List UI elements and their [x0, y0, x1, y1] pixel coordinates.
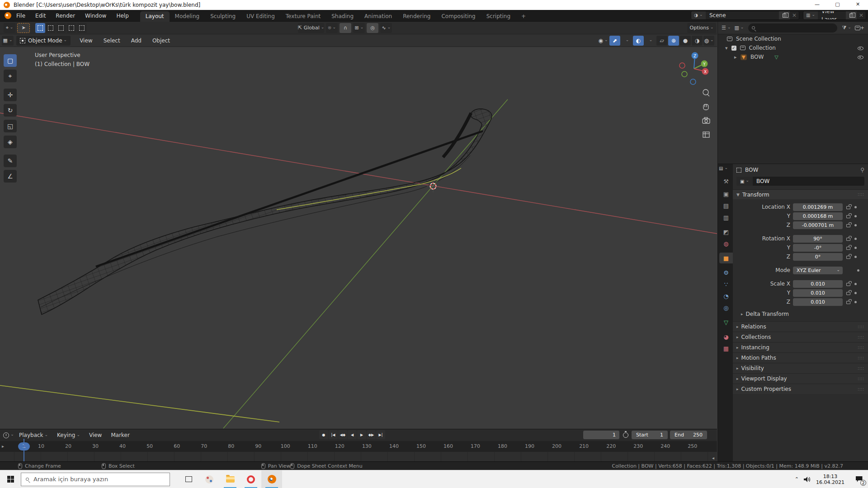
workspace-tab[interactable]: Compositing — [436, 11, 481, 22]
drag-handle-icon[interactable]: :::: — [858, 387, 864, 391]
animate-dot[interactable] — [854, 238, 857, 240]
workspace-tab[interactable]: UV Editing — [241, 11, 280, 22]
object-properties-tab[interactable]: ■ — [719, 253, 733, 263]
workspace-tab[interactable]: Shading — [326, 11, 359, 22]
hide-eye-icon[interactable] — [858, 54, 863, 60]
transport-button[interactable]: ◀ — [348, 430, 357, 439]
tool-button[interactable]: ⌖ — [4, 70, 17, 82]
view-layer-selector[interactable]: ▥ View Layer ✕ — [803, 11, 866, 20]
filter-dropdown[interactable]: ⧩ — [840, 23, 853, 33]
collection-checkbox[interactable] — [731, 46, 736, 51]
lock-icon[interactable] — [846, 283, 850, 286]
animate-dot[interactable] — [854, 292, 857, 294]
view-layer-properties-tab[interactable]: ▥ — [719, 212, 733, 223]
outliner-display-mode-dropdown[interactable]: ☰ — [720, 23, 732, 33]
number-field[interactable]: 0.010 — [793, 298, 843, 306]
properties-editor-type-dropdown[interactable]: ▤ — [719, 166, 728, 171]
scene-selector[interactable]: ◑ Scene ✕ — [691, 11, 799, 20]
minimize-button[interactable]: — — [807, 0, 827, 10]
delta-transform-panel[interactable]: ▸ Delta Transform — [733, 310, 868, 319]
lock-icon[interactable] — [846, 215, 850, 218]
collapsed-panel-header[interactable]: ▸ Viewport Display :::: — [733, 373, 868, 384]
collapsed-panel-header[interactable]: ▸ Collections :::: — [733, 332, 868, 342]
transport-button[interactable]: ▶ — [357, 430, 366, 439]
number-field[interactable]: 0.000168 m — [793, 212, 843, 220]
marker-menu[interactable]: Marker — [106, 432, 134, 438]
mode-dropdown[interactable]: Object Mode — [16, 36, 71, 46]
tray-clock[interactable]: 18:13 16.04.2021 — [811, 474, 850, 485]
navigation-gizmo[interactable]: Z Y X — [678, 50, 717, 147]
select-mode-intersect[interactable] — [77, 23, 87, 33]
frame-end-field[interactable]: End 250 — [670, 431, 707, 439]
tool-button[interactable]: ◈ — [4, 136, 17, 148]
start-button[interactable] — [0, 470, 21, 488]
gizmo-toggle[interactable]: ⬈ — [609, 36, 620, 46]
animate-dot[interactable] — [854, 283, 857, 285]
workspace-tab[interactable]: Sculpting — [205, 11, 241, 22]
select-mode-set[interactable] — [35, 23, 45, 33]
drag-handle-icon[interactable]: :::: — [858, 192, 864, 197]
number-field[interactable]: 0.010 — [793, 280, 843, 288]
expand-arrow-icon[interactable]: ▸ — [734, 54, 737, 60]
object-visibility-dropdown[interactable]: ◉ — [598, 36, 609, 46]
viewport-menu-item[interactable]: Object — [147, 38, 175, 44]
collapsed-panel-header[interactable]: ▸ Relations :::: — [733, 321, 868, 332]
playback-menu[interactable]: Playback — [14, 432, 52, 438]
drag-handle-icon[interactable]: :::: — [858, 325, 864, 329]
particles-properties-tab[interactable]: ∵ — [719, 279, 733, 290]
blender-menu-icon[interactable] — [5, 12, 11, 19]
constraints-properties-tab[interactable]: ◎ — [719, 302, 733, 313]
paint-app-button[interactable] — [199, 470, 220, 488]
overlays-dropdown[interactable] — [645, 36, 656, 46]
tool-button[interactable]: ✎ — [4, 155, 17, 167]
collapsed-panel-header[interactable]: ▸ Custom Properties :::: — [733, 384, 868, 394]
world-properties-tab[interactable]: ◍ — [719, 238, 733, 249]
select-mode-invert[interactable] — [66, 23, 76, 33]
lock-icon[interactable] — [846, 224, 850, 227]
animate-dot[interactable] — [854, 256, 857, 258]
workspace-tab[interactable]: Modeling — [170, 11, 205, 22]
shading-wireframe-button[interactable]: ⊕ — [668, 36, 679, 46]
hide-eye-icon[interactable] — [858, 45, 863, 51]
viewport-menu-item[interactable]: Select — [98, 38, 126, 44]
timeline-track-area[interactable] — [0, 452, 717, 462]
volume-icon[interactable] — [803, 476, 811, 483]
viewport-menu-item[interactable]: Add — [126, 38, 147, 44]
animate-dot[interactable] — [854, 301, 857, 303]
output-properties-tab[interactable]: ▤ — [719, 200, 733, 211]
pin-icon[interactable]: ⚲ — [860, 167, 864, 173]
animate-dot[interactable] — [854, 206, 857, 208]
gizmo-dropdown[interactable] — [621, 36, 632, 46]
collapsed-panel-header[interactable]: ▸ Visibility :::: — [733, 363, 868, 373]
tool-button[interactable]: ↻ — [4, 104, 17, 117]
tray-expand-icon[interactable]: ⌃ — [790, 476, 803, 482]
editor-type-dropdown[interactable]: ▦ — [2, 36, 14, 46]
physics-properties-tab[interactable]: ◔ — [719, 291, 733, 301]
shading-rendered-button[interactable]: ◍ — [703, 36, 714, 46]
animate-dot[interactable] — [854, 247, 857, 249]
outliner-row-scene-collection[interactable]: Scene Collection — [718, 34, 868, 43]
snap-target-dropdown[interactable]: ⊞ — [353, 23, 365, 33]
workspace-tab[interactable]: Scripting — [481, 11, 516, 22]
timeline-collapse-arrow[interactable]: ◂ — [712, 455, 714, 460]
number-field[interactable]: 0.001269 m — [793, 203, 843, 211]
collapsed-panel-header[interactable]: ▸ Motion Paths :::: — [733, 352, 868, 363]
object-data-properties-tab[interactable]: ▽ — [719, 317, 733, 328]
drag-handle-icon[interactable]: :::: — [858, 346, 864, 350]
number-field[interactable]: 0.010 — [793, 289, 843, 297]
drag-handle-icon[interactable]: :::: — [858, 377, 864, 381]
timeline-ruler[interactable]: 1020304050607080901001101201301401501601… — [0, 441, 717, 452]
tool-button[interactable]: ◱ — [4, 120, 17, 132]
workspace-tab[interactable]: Rendering — [397, 11, 436, 22]
orientation-dropdown[interactable]: ⇱ Global — [298, 23, 324, 33]
shading-material-button[interactable]: ◑ — [692, 36, 703, 46]
timeline-editor-type-dropdown[interactable] — [3, 430, 14, 440]
render-properties-tab[interactable]: ▣ — [719, 188, 733, 199]
menu-item[interactable]: Edit — [30, 10, 51, 22]
file-explorer-button[interactable] — [220, 470, 241, 488]
number-field[interactable]: 0° — [793, 253, 843, 261]
drag-handle-icon[interactable]: :::: — [858, 356, 864, 360]
animate-dot[interactable] — [854, 224, 857, 226]
delete-scene-button[interactable]: ✕ — [790, 11, 799, 20]
task-view-button[interactable] — [178, 470, 199, 488]
